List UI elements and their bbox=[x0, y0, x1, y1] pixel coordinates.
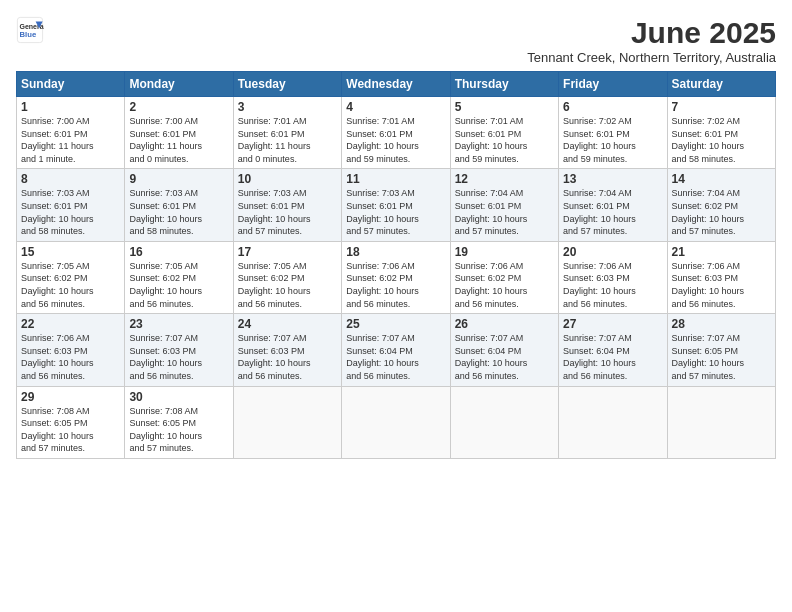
calendar-week: 15Sunrise: 7:05 AM Sunset: 6:02 PM Dayli… bbox=[17, 241, 776, 313]
month-year: June 2025 bbox=[527, 16, 776, 50]
day-number: 26 bbox=[455, 317, 554, 331]
day-number: 17 bbox=[238, 245, 337, 259]
day-info: Sunrise: 7:08 AM Sunset: 6:05 PM Dayligh… bbox=[21, 405, 120, 455]
day-info: Sunrise: 7:04 AM Sunset: 6:01 PM Dayligh… bbox=[455, 187, 554, 237]
calendar-cell: 19Sunrise: 7:06 AM Sunset: 6:02 PM Dayli… bbox=[450, 241, 558, 313]
calendar-cell: 10Sunrise: 7:03 AM Sunset: 6:01 PM Dayli… bbox=[233, 169, 341, 241]
day-number: 24 bbox=[238, 317, 337, 331]
day-info: Sunrise: 7:07 AM Sunset: 6:03 PM Dayligh… bbox=[129, 332, 228, 382]
calendar-week: 22Sunrise: 7:06 AM Sunset: 6:03 PM Dayli… bbox=[17, 314, 776, 386]
calendar-cell bbox=[667, 386, 775, 458]
calendar-cell: 11Sunrise: 7:03 AM Sunset: 6:01 PM Dayli… bbox=[342, 169, 450, 241]
calendar-body: 1Sunrise: 7:00 AM Sunset: 6:01 PM Daylig… bbox=[17, 97, 776, 459]
day-number: 19 bbox=[455, 245, 554, 259]
day-info: Sunrise: 7:04 AM Sunset: 6:01 PM Dayligh… bbox=[563, 187, 662, 237]
weekday-header: Monday bbox=[125, 72, 233, 97]
logo: General Blue bbox=[16, 16, 44, 44]
calendar-cell: 14Sunrise: 7:04 AM Sunset: 6:02 PM Dayli… bbox=[667, 169, 775, 241]
calendar-cell: 1Sunrise: 7:00 AM Sunset: 6:01 PM Daylig… bbox=[17, 97, 125, 169]
day-number: 8 bbox=[21, 172, 120, 186]
weekday-header: Wednesday bbox=[342, 72, 450, 97]
day-info: Sunrise: 7:07 AM Sunset: 6:04 PM Dayligh… bbox=[563, 332, 662, 382]
day-number: 25 bbox=[346, 317, 445, 331]
calendar-week: 29Sunrise: 7:08 AM Sunset: 6:05 PM Dayli… bbox=[17, 386, 776, 458]
day-number: 29 bbox=[21, 390, 120, 404]
calendar-cell: 12Sunrise: 7:04 AM Sunset: 6:01 PM Dayli… bbox=[450, 169, 558, 241]
calendar-cell: 20Sunrise: 7:06 AM Sunset: 6:03 PM Dayli… bbox=[559, 241, 667, 313]
day-number: 22 bbox=[21, 317, 120, 331]
day-info: Sunrise: 7:06 AM Sunset: 6:02 PM Dayligh… bbox=[455, 260, 554, 310]
day-info: Sunrise: 7:01 AM Sunset: 6:01 PM Dayligh… bbox=[455, 115, 554, 165]
day-info: Sunrise: 7:05 AM Sunset: 6:02 PM Dayligh… bbox=[129, 260, 228, 310]
day-number: 20 bbox=[563, 245, 662, 259]
calendar-cell: 28Sunrise: 7:07 AM Sunset: 6:05 PM Dayli… bbox=[667, 314, 775, 386]
calendar-cell: 4Sunrise: 7:01 AM Sunset: 6:01 PM Daylig… bbox=[342, 97, 450, 169]
calendar-week: 8Sunrise: 7:03 AM Sunset: 6:01 PM Daylig… bbox=[17, 169, 776, 241]
day-number: 1 bbox=[21, 100, 120, 114]
day-info: Sunrise: 7:08 AM Sunset: 6:05 PM Dayligh… bbox=[129, 405, 228, 455]
calendar-cell: 24Sunrise: 7:07 AM Sunset: 6:03 PM Dayli… bbox=[233, 314, 341, 386]
day-number: 16 bbox=[129, 245, 228, 259]
day-info: Sunrise: 7:05 AM Sunset: 6:02 PM Dayligh… bbox=[238, 260, 337, 310]
day-number: 11 bbox=[346, 172, 445, 186]
day-number: 9 bbox=[129, 172, 228, 186]
day-number: 7 bbox=[672, 100, 771, 114]
day-number: 21 bbox=[672, 245, 771, 259]
day-number: 18 bbox=[346, 245, 445, 259]
day-number: 13 bbox=[563, 172, 662, 186]
calendar-cell: 5Sunrise: 7:01 AM Sunset: 6:01 PM Daylig… bbox=[450, 97, 558, 169]
day-info: Sunrise: 7:07 AM Sunset: 6:03 PM Dayligh… bbox=[238, 332, 337, 382]
day-info: Sunrise: 7:06 AM Sunset: 6:03 PM Dayligh… bbox=[21, 332, 120, 382]
calendar-cell: 7Sunrise: 7:02 AM Sunset: 6:01 PM Daylig… bbox=[667, 97, 775, 169]
day-info: Sunrise: 7:06 AM Sunset: 6:03 PM Dayligh… bbox=[563, 260, 662, 310]
day-info: Sunrise: 7:06 AM Sunset: 6:03 PM Dayligh… bbox=[672, 260, 771, 310]
calendar-cell bbox=[559, 386, 667, 458]
day-number: 30 bbox=[129, 390, 228, 404]
title-block: June 2025 Tennant Creek, Northern Territ… bbox=[527, 16, 776, 65]
calendar-cell: 3Sunrise: 7:01 AM Sunset: 6:01 PM Daylig… bbox=[233, 97, 341, 169]
calendar-cell: 23Sunrise: 7:07 AM Sunset: 6:03 PM Dayli… bbox=[125, 314, 233, 386]
day-number: 27 bbox=[563, 317, 662, 331]
calendar-cell: 8Sunrise: 7:03 AM Sunset: 6:01 PM Daylig… bbox=[17, 169, 125, 241]
day-number: 4 bbox=[346, 100, 445, 114]
calendar-header: SundayMondayTuesdayWednesdayThursdayFrid… bbox=[17, 72, 776, 97]
day-number: 3 bbox=[238, 100, 337, 114]
weekday-header: Sunday bbox=[17, 72, 125, 97]
day-number: 12 bbox=[455, 172, 554, 186]
logo-icon: General Blue bbox=[16, 16, 44, 44]
calendar-cell: 22Sunrise: 7:06 AM Sunset: 6:03 PM Dayli… bbox=[17, 314, 125, 386]
day-info: Sunrise: 7:07 AM Sunset: 6:05 PM Dayligh… bbox=[672, 332, 771, 382]
calendar-cell: 13Sunrise: 7:04 AM Sunset: 6:01 PM Dayli… bbox=[559, 169, 667, 241]
day-info: Sunrise: 7:00 AM Sunset: 6:01 PM Dayligh… bbox=[129, 115, 228, 165]
day-info: Sunrise: 7:07 AM Sunset: 6:04 PM Dayligh… bbox=[455, 332, 554, 382]
day-info: Sunrise: 7:01 AM Sunset: 6:01 PM Dayligh… bbox=[238, 115, 337, 165]
calendar-week: 1Sunrise: 7:00 AM Sunset: 6:01 PM Daylig… bbox=[17, 97, 776, 169]
calendar-cell bbox=[342, 386, 450, 458]
day-info: Sunrise: 7:07 AM Sunset: 6:04 PM Dayligh… bbox=[346, 332, 445, 382]
calendar-cell: 2Sunrise: 7:00 AM Sunset: 6:01 PM Daylig… bbox=[125, 97, 233, 169]
calendar-cell bbox=[450, 386, 558, 458]
calendar-cell: 29Sunrise: 7:08 AM Sunset: 6:05 PM Dayli… bbox=[17, 386, 125, 458]
day-info: Sunrise: 7:02 AM Sunset: 6:01 PM Dayligh… bbox=[672, 115, 771, 165]
weekday-header: Thursday bbox=[450, 72, 558, 97]
calendar-cell: 21Sunrise: 7:06 AM Sunset: 6:03 PM Dayli… bbox=[667, 241, 775, 313]
day-number: 2 bbox=[129, 100, 228, 114]
calendar-cell: 6Sunrise: 7:02 AM Sunset: 6:01 PM Daylig… bbox=[559, 97, 667, 169]
day-info: Sunrise: 7:01 AM Sunset: 6:01 PM Dayligh… bbox=[346, 115, 445, 165]
day-info: Sunrise: 7:04 AM Sunset: 6:02 PM Dayligh… bbox=[672, 187, 771, 237]
day-number: 6 bbox=[563, 100, 662, 114]
day-info: Sunrise: 7:06 AM Sunset: 6:02 PM Dayligh… bbox=[346, 260, 445, 310]
calendar-cell bbox=[233, 386, 341, 458]
location: Tennant Creek, Northern Territory, Austr… bbox=[527, 50, 776, 65]
svg-text:Blue: Blue bbox=[20, 30, 37, 39]
day-info: Sunrise: 7:03 AM Sunset: 6:01 PM Dayligh… bbox=[129, 187, 228, 237]
weekday-header: Friday bbox=[559, 72, 667, 97]
calendar: SundayMondayTuesdayWednesdayThursdayFrid… bbox=[16, 71, 776, 459]
day-number: 23 bbox=[129, 317, 228, 331]
weekday-header: Saturday bbox=[667, 72, 775, 97]
day-info: Sunrise: 7:02 AM Sunset: 6:01 PM Dayligh… bbox=[563, 115, 662, 165]
calendar-cell: 15Sunrise: 7:05 AM Sunset: 6:02 PM Dayli… bbox=[17, 241, 125, 313]
day-info: Sunrise: 7:00 AM Sunset: 6:01 PM Dayligh… bbox=[21, 115, 120, 165]
day-number: 10 bbox=[238, 172, 337, 186]
day-info: Sunrise: 7:03 AM Sunset: 6:01 PM Dayligh… bbox=[346, 187, 445, 237]
